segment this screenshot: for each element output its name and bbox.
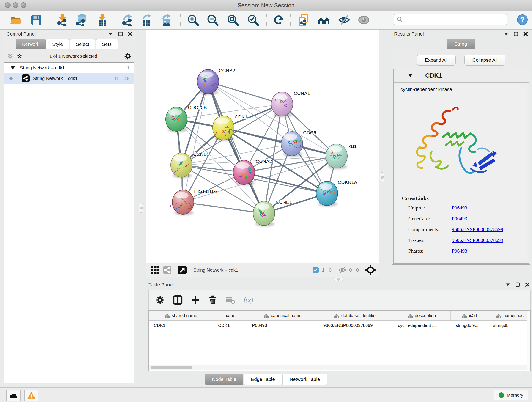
search-input[interactable] <box>405 16 504 23</box>
network-node-CDC6[interactable]: CDC6 <box>281 130 316 157</box>
float-panel-icon[interactable] <box>118 32 123 36</box>
network-node-CCNA1[interactable]: CCNA1 <box>271 90 310 117</box>
tab-string[interactable]: String <box>447 38 475 49</box>
new-network-from-selection-button[interactable] <box>297 13 311 27</box>
column-header-canonical-name[interactable]: canonical name <box>247 311 318 320</box>
import-network-database-button[interactable] <box>74 13 89 27</box>
crosslink-link[interactable]: 9606.ENSP00000378699 <box>452 237 503 243</box>
open-session-button[interactable] <box>8 13 23 27</box>
collapse-all-button[interactable]: Collapse All <box>464 55 506 65</box>
network-node-label: HIST1H1A <box>194 188 217 194</box>
close-panel-icon[interactable] <box>525 282 530 287</box>
memory-button[interactable]: Memory <box>494 390 528 400</box>
close-panel-icon[interactable] <box>128 32 133 36</box>
panel-menu-icon[interactable] <box>505 283 510 286</box>
import-table-button[interactable] <box>95 13 109 27</box>
network-node-RB1[interactable]: RB1 <box>326 143 357 169</box>
entry-expander-icon[interactable] <box>408 74 412 77</box>
table-vertical-scrollbar[interactable] <box>527 311 530 370</box>
network-canvas[interactable]: CCNB2CCNA1CDC25BCDK1CDC6RB1CCNB1CCNA2CDK… <box>146 30 379 263</box>
toolbar-separator <box>266 13 267 26</box>
tab-select[interactable]: Select <box>70 39 95 49</box>
close-panel-icon[interactable] <box>523 32 528 36</box>
show-columns-icon[interactable] <box>173 295 183 305</box>
zoom-fit-button[interactable] <box>225 13 240 27</box>
zoom-selected-icon <box>247 14 259 26</box>
left-splitter-handle[interactable] <box>139 203 143 213</box>
tab-edge-table[interactable]: Edge Table <box>244 374 282 385</box>
network-edge[interactable] <box>183 82 208 202</box>
entry-header[interactable]: CDK1 <box>394 69 529 83</box>
network-node-CCNE1[interactable]: CCNE1 <box>253 199 292 226</box>
network-node-CDC25B[interactable]: CDC25B <box>166 105 207 132</box>
network-node-CDKN1A[interactable]: CDKN1A <box>316 179 357 206</box>
save-session-button[interactable] <box>29 13 44 27</box>
right-splitter-handle[interactable] <box>380 172 385 182</box>
selected-checkbox-icon[interactable] <box>312 267 319 273</box>
network-row[interactable]: String Network – cdk1 11 48 <box>4 73 134 84</box>
network-node-HIST1H1A[interactable]: HIST1H1A <box>171 188 217 215</box>
collection-expander-icon[interactable] <box>11 66 15 69</box>
first-neighbors-button[interactable] <box>317 13 331 27</box>
help-button[interactable]: ? <box>517 14 528 25</box>
table-settings-gear-icon[interactable] <box>156 295 165 305</box>
column-header-namespace[interactable]: namespac <box>488 311 531 320</box>
hide-selected-button[interactable] <box>337 13 351 27</box>
apply-layout-button[interactable] <box>271 13 286 27</box>
network-edge[interactable] <box>208 82 282 104</box>
add-column-icon[interactable] <box>191 295 200 305</box>
show-all-button[interactable] <box>356 13 371 27</box>
network-options-gear-icon[interactable] <box>124 52 132 60</box>
crosslink-link[interactable]: P06493 <box>452 216 467 222</box>
crosslink-link[interactable]: P06493 <box>452 205 467 211</box>
network-node-CDK1[interactable]: CDK1 <box>213 114 247 141</box>
collection-count: 1 <box>127 65 129 70</box>
panel-menu-icon[interactable] <box>504 32 509 36</box>
cell-name: CDK1 <box>213 323 247 328</box>
table-horizontal-scrollbar[interactable] <box>149 365 527 370</box>
tab-sets[interactable]: Sets <box>96 39 118 49</box>
table-row[interactable]: CDK1 CDK1 P06493 9606.ENSP00000378699 cy… <box>149 321 530 330</box>
expand-all-button[interactable]: Expand All <box>417 55 456 65</box>
column-type-icon <box>334 313 339 318</box>
zoom-selected-button[interactable] <box>246 13 260 27</box>
crosslink-link[interactable]: P06493 <box>452 248 467 254</box>
tab-node-table[interactable]: Node Table <box>205 374 243 385</box>
delete-column-icon[interactable] <box>208 295 217 305</box>
grid-view-icon[interactable] <box>151 266 159 274</box>
column-header-name[interactable]: name <box>213 311 247 320</box>
warnings-button[interactable] <box>24 390 38 401</box>
scrollbar-thumb[interactable] <box>151 366 192 370</box>
network-collection-row[interactable]: String Network – cdk1 1 <box>4 63 134 73</box>
import-network-file-button[interactable] <box>55 13 70 27</box>
crosslink-link[interactable]: 9606.ENSP00000378699 <box>452 226 503 232</box>
column-header-description[interactable]: description <box>393 311 451 320</box>
birdseye-view-icon[interactable] <box>178 266 187 274</box>
network-node-CCNB2[interactable]: CCNB2 <box>197 68 235 95</box>
panel-menu-icon[interactable] <box>108 32 113 36</box>
float-panel-icon[interactable] <box>515 282 520 287</box>
crosslink-label: Uniprot: <box>408 205 452 211</box>
column-type-icon <box>264 313 268 318</box>
selected-counts: 1 - 0 <box>322 267 331 273</box>
zoom-out-button[interactable] <box>205 13 220 27</box>
network-edge[interactable] <box>183 202 264 213</box>
center-network-icon[interactable] <box>365 265 375 275</box>
network-view-icon[interactable] <box>163 266 171 274</box>
tab-style[interactable]: Style <box>46 39 69 49</box>
export-network-button[interactable] <box>120 13 135 27</box>
zoom-in-button[interactable] <box>186 13 200 27</box>
tab-network-table[interactable]: Network Table <box>283 374 327 385</box>
column-header-id[interactable]: @id <box>451 311 488 320</box>
network-edge[interactable] <box>223 128 336 156</box>
tab-network[interactable]: Network <box>16 39 46 49</box>
help-icon: ? <box>517 14 528 25</box>
column-header-database-identifier[interactable]: database identifier <box>318 311 393 320</box>
column-header-shared-name[interactable]: shared name <box>149 311 213 320</box>
export-table-button[interactable] <box>139 13 154 27</box>
collapse-all-icon[interactable] <box>7 53 13 59</box>
expand-all-icon[interactable] <box>17 53 22 59</box>
export-image-button[interactable] <box>159 13 174 27</box>
float-panel-icon[interactable] <box>514 32 518 36</box>
cloud-status-button[interactable] <box>6 390 21 401</box>
